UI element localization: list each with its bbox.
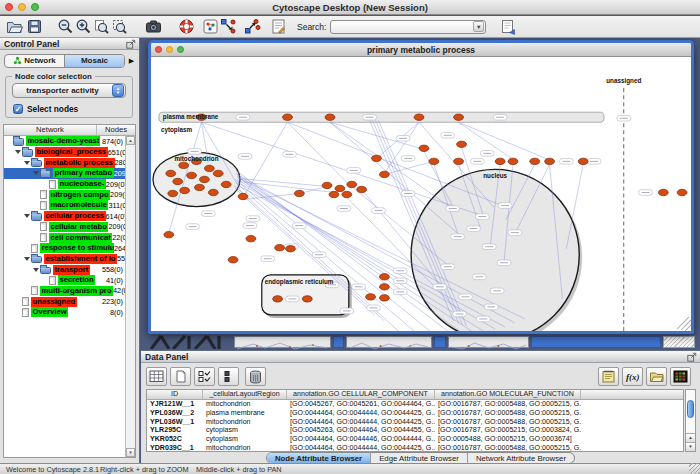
network-node[interactable] [179, 162, 189, 168]
zoom-in-button[interactable] [75, 18, 92, 35]
network-node[interactable] [302, 296, 312, 302]
network-node[interactable] [286, 245, 296, 251]
tree-row[interactable]: macromolecule311(0) [4, 200, 125, 211]
tree-row[interactable]: metabolic process280(0) [4, 157, 125, 168]
region-plasma-membrane[interactable] [159, 112, 604, 122]
network-node[interactable] [379, 274, 389, 280]
network-canvas[interactable]: plasma membranecytoplasmmitochondrionnuc… [151, 58, 691, 331]
network-node[interactable] [273, 296, 283, 302]
tree-row[interactable]: Overview8(0) [4, 307, 125, 318]
tab-mosaic[interactable]: Mosaic [64, 55, 124, 67]
save-session-button[interactable] [26, 18, 43, 35]
select-nodes-checkbox[interactable]: ✓ [13, 104, 23, 114]
network-node[interactable] [187, 172, 197, 178]
network-view-window[interactable]: primary metabolic process plasma membran… [148, 40, 694, 334]
network-edge[interactable] [459, 122, 551, 160]
table-row[interactable]: YKR052Ccytoplasm[GO:0044464, GO:0044446,… [147, 435, 683, 444]
network-node[interactable] [204, 165, 214, 171]
table-row[interactable]: YPL036W__2plasma membrane[GO:0044464, GO… [147, 409, 683, 418]
network-node[interactable] [221, 181, 231, 187]
network-node[interactable] [164, 231, 174, 237]
unselect-attributes-button[interactable] [218, 367, 239, 386]
background-window-fragment[interactable] [346, 336, 432, 348]
expander-icon[interactable] [32, 266, 40, 274]
background-window-fragment[interactable] [531, 336, 661, 348]
dropdown-stepper-icon[interactable]: ▲▼ [112, 84, 124, 97]
background-window-fragment[interactable] [333, 336, 344, 348]
column-header[interactable]: _cellularLayoutRegion [203, 390, 287, 399]
table-row[interactable]: YLR295Ccytoplasm[GO:0045263, GO:0044464,… [147, 426, 683, 435]
network-node[interactable] [429, 158, 439, 164]
resize-grip[interactable] [663, 336, 695, 348]
tab-network-attribute-browser[interactable]: Network Attribute Browser [467, 453, 574, 463]
zoom-fit-button[interactable] [93, 18, 110, 35]
network-node[interactable] [379, 171, 389, 177]
network-node[interactable] [173, 178, 183, 184]
network-node[interactable] [658, 189, 668, 195]
tree-row[interactable]: cellular metabo209(0) [4, 222, 125, 233]
tree-row[interactable]: transport558(0) [4, 264, 125, 275]
tree-row[interactable]: response to stimulu264(0) [4, 243, 125, 254]
expander-icon[interactable] [23, 255, 31, 263]
graphics-details-button[interactable] [202, 18, 219, 35]
network-node[interactable] [454, 158, 464, 164]
network-node[interactable] [366, 294, 376, 300]
network-node[interactable] [677, 189, 687, 195]
network-node[interactable] [325, 114, 335, 120]
background-window-fragment[interactable] [448, 336, 529, 348]
network-node[interactable] [208, 189, 218, 195]
zoom-out-button[interactable] [57, 18, 74, 35]
network-edge[interactable] [384, 122, 419, 173]
expander-icon[interactable] [23, 159, 31, 167]
zoom-selected-button[interactable] [111, 18, 128, 35]
canvas-resize-grip[interactable] [681, 320, 691, 330]
scroll-up-icon[interactable]: ▲ [686, 433, 695, 442]
network-node[interactable] [372, 155, 382, 161]
network-node[interactable] [530, 158, 540, 164]
network-node[interactable] [199, 176, 209, 182]
annotation-button[interactable] [270, 18, 287, 35]
tree-row[interactable]: cellular process614(0) [4, 211, 125, 222]
network-node[interactable] [275, 244, 285, 250]
select-attributes-button[interactable] [194, 367, 215, 386]
network-node[interactable] [578, 158, 588, 164]
tree-column-network[interactable]: Network [4, 125, 97, 135]
network-edge[interactable] [384, 161, 433, 174]
tree-row[interactable]: cell communicat22(0) [4, 232, 125, 243]
float-panel-icon[interactable] [687, 352, 697, 364]
network-view-titlebar[interactable]: primary metabolic process [151, 43, 691, 57]
network-node[interactable] [379, 295, 389, 301]
background-window-fragment[interactable] [234, 336, 331, 348]
advanced-search-button[interactable] [500, 18, 517, 35]
network-node[interactable] [246, 235, 256, 241]
network-node[interactable] [213, 170, 223, 176]
scroll-up-icon[interactable]: ▲ [126, 136, 135, 145]
network-node[interactable] [419, 145, 429, 151]
tab-overflow-arrow[interactable]: ▶ [127, 57, 136, 65]
network-node[interactable] [347, 181, 357, 187]
tree-row[interactable]: mosaic-demo-yeast874(0) [4, 136, 125, 147]
network-node[interactable] [379, 284, 389, 290]
tab-node-attribute-browser[interactable]: Node Attribute Browser [267, 453, 370, 463]
tree-row[interactable]: nucleobase-209(0) [4, 179, 125, 190]
tree-row[interactable]: establishment of lo558(0) [4, 254, 125, 265]
network-node[interactable] [228, 257, 238, 263]
import-attributes-button[interactable] [646, 367, 667, 386]
search-input[interactable]: ▼ [330, 20, 486, 34]
network-node[interactable] [180, 187, 190, 193]
tree-column-nodes[interactable]: Nodes [97, 125, 135, 135]
network-node[interactable] [342, 191, 352, 197]
help-button[interactable] [178, 18, 195, 35]
network-node[interactable] [545, 158, 555, 164]
expander-icon[interactable] [14, 148, 22, 156]
attribute-editor-button[interactable] [598, 367, 619, 386]
table-row[interactable]: YDR039C__1mitochondrion[GO:0044464, GO:0… [147, 444, 683, 452]
tab-network[interactable]: Network [5, 55, 64, 67]
create-attribute-button[interactable] [170, 367, 191, 386]
network-node[interactable] [238, 193, 248, 199]
network-node[interactable] [454, 114, 464, 120]
network-node[interactable] [457, 141, 467, 147]
tab-edge-attribute-browser[interactable]: Edge Attribute Browser [370, 453, 467, 463]
search-dropdown-arrow[interactable]: ▼ [473, 21, 484, 32]
node-color-dropdown[interactable]: transporter activity ▲▼ [12, 83, 126, 98]
